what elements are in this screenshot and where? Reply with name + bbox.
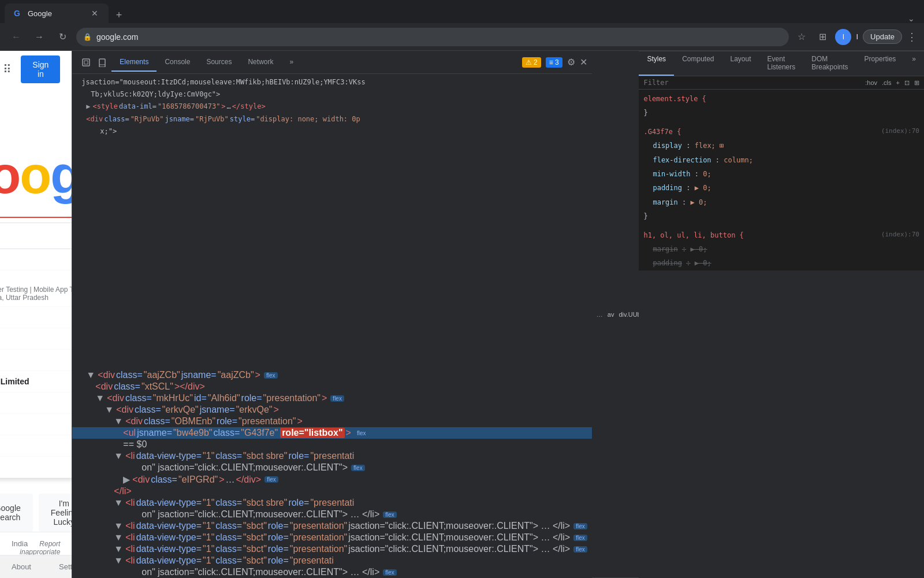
- more-filters-btn[interactable]: ⊞: [914, 79, 919, 87]
- dom-line-4[interactable]: <div class= "xtSCL" ></div>: [72, 381, 591, 392]
- style-prop-margin: margin : ▶ 0;: [639, 195, 924, 209]
- forward-button[interactable]: →: [30, 28, 49, 46]
- search-input[interactable]: LambdaTest: [0, 231, 72, 241]
- suggestion-item-3[interactable]: 🔍 lambdatest glassdoor: [0, 328, 72, 350]
- tab-bar: G Google ✕ + ⌄: [0, 0, 924, 23]
- dom-line-0b[interactable]: Tb;vklu5c:k02QY;ldyIye:CmV0gc">: [72, 88, 591, 101]
- style-prop-flex-direction: flex-direction : column;: [639, 153, 924, 167]
- styles-tab-styles[interactable]: Styles: [639, 51, 674, 76]
- dom-line-3[interactable]: ▼ <div class= "aajZCb" jsname= "aajZCb" …: [72, 369, 591, 381]
- styles-tab-properties[interactable]: Properties: [856, 51, 904, 76]
- dom-line-li-close[interactable]: </li>: [72, 486, 591, 497]
- suggestion-item-7[interactable]: 🔍 lambdatest revenue: [0, 414, 72, 435]
- apps-icon[interactable]: ⠿: [3, 62, 12, 76]
- dom-line-7[interactable]: ▼ <div class= "OBMEnb" role= "presentati…: [72, 416, 591, 427]
- dom-line-eq[interactable]: == $0: [72, 439, 591, 450]
- devtools-tab-console[interactable]: Console: [157, 53, 198, 72]
- dom-line-2b[interactable]: x;">: [72, 125, 591, 138]
- dom-line-li-5[interactable]: ▼ <li data-view-type= "1" class= "sbct" …: [72, 543, 591, 555]
- styles-tab-dom-breakpoints[interactable]: DOM Breakpoints: [803, 51, 856, 76]
- dom-line-li-2b[interactable]: on" jsaction="click:.CLIENT;mouseover:.C…: [72, 509, 591, 520]
- logo-o2: o: [20, 146, 50, 204]
- styles-tab-more[interactable]: »: [904, 51, 924, 76]
- style-rule-g43f7e-selector: .G43f7e { (index):70: [639, 125, 924, 139]
- devtools-tab-more[interactable]: »: [281, 53, 301, 72]
- style-block-element: element.style { }: [639, 92, 924, 120]
- active-tab[interactable]: G Google ✕: [5, 3, 109, 23]
- new-tab-button[interactable]: +: [111, 7, 127, 23]
- signin-button[interactable]: Sign in: [21, 55, 60, 83]
- svg-text:G: G: [14, 9, 20, 18]
- svg-rect-3: [84, 61, 88, 64]
- tab-dropdown-icon[interactable]: ⌄: [908, 14, 915, 23]
- dom-line-6[interactable]: ▼ <div class= "erkvQe" jsname= "erkvQe" …: [72, 404, 591, 416]
- reload-button[interactable]: ↻: [53, 28, 72, 46]
- cls-filter-btn[interactable]: .cls: [882, 79, 892, 86]
- role-highlight: role="listbox": [280, 428, 344, 438]
- cursor-icon: [81, 58, 91, 67]
- styles-tab-layout[interactable]: Layout: [722, 51, 759, 76]
- svg-rect-2: [83, 59, 90, 66]
- dom-line-li-4[interactable]: ▼ <li data-view-type= "1" class= "sbct" …: [72, 532, 591, 543]
- devtools-close-button[interactable]: ✕: [580, 57, 587, 68]
- menu-icon[interactable]: ⋮: [907, 31, 917, 43]
- force-state-btn[interactable]: ⊡: [904, 79, 910, 87]
- update-button[interactable]: Update: [863, 29, 902, 44]
- devtools-settings-icon[interactable]: ⚙: [567, 57, 575, 68]
- search-area: ul .G43f7e 584×339.5 🔍 LambdaTest ✕ 🎤: [0, 223, 72, 532]
- inspector-element-button[interactable]: [79, 55, 93, 69]
- suggestion-item-5[interactable]: 🔍 Lambdatest India Private Limited: [0, 371, 72, 392]
- devtools-breadcrumb: … av div.UUbT9 div.aajZCb div#Alh6id.mkH…: [592, 51, 639, 578]
- devtools-tab-network[interactable]: Network: [240, 53, 281, 72]
- suggestion-item-4[interactable]: 🔍 lambdatest careers: [0, 350, 72, 371]
- toolbar-actions: ☆ ⊞ I I Update ⋮: [793, 29, 917, 45]
- google-search-button[interactable]: Google Search: [0, 494, 33, 532]
- dom-line-2[interactable]: <div class= "RjPuVb" jsname= "RjPuVb" st…: [72, 113, 591, 125]
- toolbar: ← → ↻ 🔒 google.com ☆ ⊞ I I Update ⋮: [0, 23, 924, 51]
- style-prop-padding: padding : ▶ 0;: [639, 181, 924, 195]
- suggestion-item-0[interactable]: 🔍 LambdaTest: [0, 249, 72, 271]
- footer-settings[interactable]: Settings: [59, 562, 72, 571]
- suggestion-item-1[interactable]: lambdatest noida LambdaTest | Cross Brow…: [0, 271, 72, 307]
- profile-icon[interactable]: I: [835, 29, 851, 45]
- dom-line-5[interactable]: ▼ <div class= "mkHrUc" id= "Alh6id" role…: [72, 392, 591, 404]
- tab-close-button[interactable]: ✕: [90, 9, 99, 18]
- suggestion-item-2[interactable]: 🔍 lambdatest login: [0, 307, 72, 328]
- dom-line-li-6b[interactable]: on" jsaction="click:.CLIENT;mouseover:.C…: [72, 566, 591, 578]
- tab-title: Google: [28, 9, 85, 18]
- dom-line-li-1[interactable]: ▼ <li data-view-type= "1" class= "sbct s…: [72, 450, 591, 462]
- dom-line-li-1b[interactable]: on" jsaction="click:.CLIENT;mouseover:.C…: [72, 462, 591, 473]
- dom-line-0[interactable]: jsaction="mouseout:ItzDCd;mouseleave:MWf…: [72, 76, 591, 88]
- add-style-btn[interactable]: +: [896, 79, 900, 86]
- suggestion-item-8[interactable]: 🔍 lambdatest pricing: [0, 435, 72, 457]
- tab-grid-icon[interactable]: ⊞: [814, 29, 830, 45]
- devtools-tab-sources[interactable]: Sources: [198, 53, 240, 72]
- dom-line-div[interactable]: ▶ <div class= "eIPGRd" > … </div> flex: [72, 473, 591, 486]
- google-page: Gmail Images ⠿ Sign in Using XPath with …: [0, 51, 72, 578]
- svg-rect-4: [99, 59, 105, 67]
- breadcrumb-av[interactable]: av: [608, 311, 614, 318]
- address-bar[interactable]: 🔒 google.com: [76, 28, 789, 46]
- footer-bar: About Settings: [0, 555, 72, 578]
- footer-about[interactable]: About: [12, 562, 31, 571]
- suggestion-item-6[interactable]: 🔍 lambdatest salary: [0, 392, 72, 414]
- dom-line-1[interactable]: ▶ <style data-iml= "1685786700473" > … <…: [72, 101, 591, 113]
- browser-frame: G Google ✕ + ⌄ ← → ↻ 🔒 google.com ☆ ⊞ I …: [0, 0, 924, 578]
- devtools-tab-elements[interactable]: Elements: [111, 53, 157, 72]
- styles-tab-event-listeners[interactable]: Event Listeners: [759, 51, 804, 76]
- bookmark-icon[interactable]: ☆: [793, 29, 810, 45]
- dom-line-li-2[interactable]: ▼ <li data-view-type= "1" class= "sbct s…: [72, 497, 591, 509]
- device-mode-button[interactable]: [95, 55, 109, 69]
- hov-filter-btn[interactable]: :hov: [865, 79, 877, 86]
- styles-content: element.style { } .G43f7e { (index):70: [639, 90, 924, 271]
- lucky-button[interactable]: I'm Feeling Lucky: [39, 494, 72, 532]
- styles-filter-input[interactable]: [643, 79, 860, 87]
- dom-line-li-3[interactable]: ▼ <li data-view-type= "1" class= "sbct" …: [72, 520, 591, 532]
- breadcrumb-div-uubt9[interactable]: div.UUbT9: [619, 311, 639, 318]
- styles-tab-computed[interactable]: Computed: [674, 51, 722, 76]
- suggestion-item-9[interactable]: 🔍 lambdatest certification: [0, 457, 72, 478]
- search-box[interactable]: 🔍 LambdaTest ✕ 🎤 📷: [0, 223, 72, 249]
- dom-line-li-6[interactable]: ▼ <li data-view-type= "1" class= "sbct" …: [72, 555, 591, 566]
- back-button[interactable]: ←: [7, 28, 25, 46]
- dom-line-highlighted[interactable]: <ul jsname= "bw4e9b" class= "G43f7e" rol…: [72, 427, 591, 439]
